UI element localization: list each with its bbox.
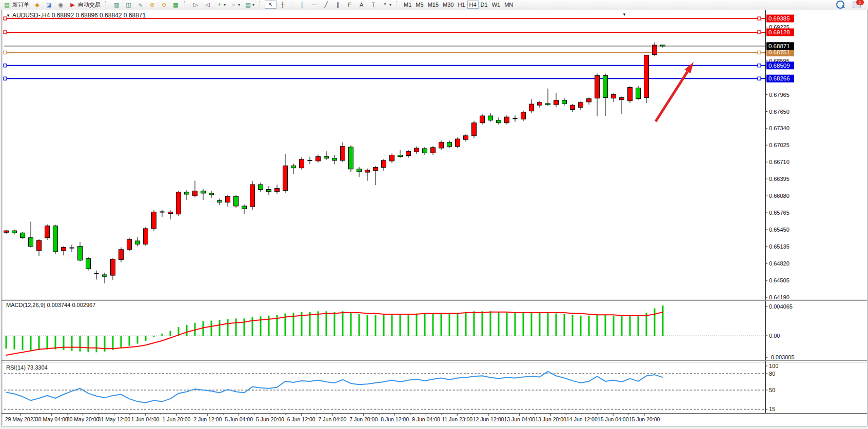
line-handle[interactable] xyxy=(4,64,7,67)
svg-text:0.68509: 0.68509 xyxy=(768,63,790,69)
auto-scroll-button[interactable]: ▷ xyxy=(190,1,202,9)
line-handle[interactable] xyxy=(758,77,761,80)
time-tick-label: 9 Jun 04:00 xyxy=(412,416,440,422)
svg-text:0.68871: 0.68871 xyxy=(768,43,790,49)
timeframe-button-d1[interactable]: D1 xyxy=(479,1,490,9)
notifications-button[interactable]: 1 xyxy=(851,1,868,9)
horizontal-line-button[interactable]: ─ xyxy=(308,1,320,9)
cursor-button[interactable]: ↖ xyxy=(265,1,277,9)
price-tick-label: 0.66395 xyxy=(769,176,790,182)
timeframe-button-h1[interactable]: H1 xyxy=(456,1,467,9)
text-label-button[interactable]: T xyxy=(367,1,379,9)
time-tick-label: 14 Jun 12:00 xyxy=(566,416,598,422)
line-handle[interactable] xyxy=(4,77,7,80)
toolbar-separator xyxy=(105,1,108,8)
vertical-line-button[interactable]: │ xyxy=(297,1,308,9)
dropdown-icon: ▾ xyxy=(238,3,240,7)
indicators-button[interactable]: +▾ xyxy=(213,1,228,9)
price-tick-label: 0.65450 xyxy=(769,227,790,233)
auto-scroll-icon: ▷ xyxy=(192,1,200,8)
timeframe-button-m5[interactable]: M5 xyxy=(413,1,425,9)
dropdown-icon: ▾ xyxy=(252,3,254,7)
line-chart-icon: ∿ xyxy=(136,1,144,8)
time-tick-label: 30 May 04:00 xyxy=(35,416,68,422)
search-button[interactable] xyxy=(834,1,851,9)
periods-button[interactable]: ○▾ xyxy=(228,1,242,9)
new-order-label: 新订单 xyxy=(12,1,29,9)
equidistant-channel-button[interactable]: ∥ xyxy=(332,1,344,9)
fibonacci-button[interactable]: F xyxy=(344,1,356,9)
gold-box-button[interactable]: ◆ xyxy=(31,1,43,9)
time-tick-label: 13 Jun 04:00 xyxy=(504,416,535,422)
timeframe-button-w1[interactable]: W1 xyxy=(490,1,503,9)
svg-text:0.69385: 0.69385 xyxy=(768,15,790,22)
profile-button[interactable]: ◪ xyxy=(43,1,55,9)
zoom-in-button[interactable]: ⊕ xyxy=(146,1,158,9)
timeframe-button-h4[interactable]: H4 xyxy=(467,1,479,9)
rsi-tick-label: 100 xyxy=(769,363,778,369)
toolbar-separator xyxy=(291,1,294,8)
time-tick-label: 15 Jun 20:00 xyxy=(629,416,660,422)
equidistant-channel-icon: ∥ xyxy=(334,1,342,8)
new-order-button[interactable]: ▤ 新订单 xyxy=(1,1,31,9)
price-tick-label: 0.64505 xyxy=(769,277,790,283)
timeframe-button-mn[interactable]: MN xyxy=(502,1,515,9)
templates-button[interactable]: ▤▾ xyxy=(242,1,257,9)
timeframe-button-m15[interactable]: M15 xyxy=(426,1,441,9)
zoom-out-button[interactable]: ⊖ xyxy=(158,1,170,9)
price-tick-label: 0.66710 xyxy=(769,159,790,165)
line-handle[interactable] xyxy=(758,31,761,34)
scroll-to-end-marker: ▼ xyxy=(622,12,626,17)
text-icon: A xyxy=(358,1,365,8)
time-tick-label: 1 Jun 04:00 xyxy=(131,416,160,422)
fibonacci-icon: F xyxy=(346,1,353,8)
arrows-button[interactable]: *▾ xyxy=(379,1,393,9)
trendline-button[interactable]: ╱ xyxy=(320,1,332,9)
trendline-icon: ╱ xyxy=(322,1,330,8)
crosshair-button[interactable]: ┼ xyxy=(277,1,288,9)
rsi-tick-label: 80 xyxy=(769,371,775,377)
periods-clock-icon: ○ xyxy=(230,1,238,8)
rsi-tick-label: 15 xyxy=(769,406,775,412)
price-tick-label: 0.66080 xyxy=(769,193,790,199)
candlestick-chart-icon: ◫ xyxy=(125,1,132,8)
line-handle[interactable] xyxy=(4,31,7,34)
line-handle[interactable] xyxy=(758,17,761,20)
crosshair-icon: ┼ xyxy=(279,1,286,8)
timeframe-button-m30[interactable]: M30 xyxy=(441,1,456,9)
time-tick-label: 2 Jun 12:00 xyxy=(193,416,222,422)
price-tick-label: 0.65765 xyxy=(769,210,790,216)
line-handle[interactable] xyxy=(4,51,7,54)
auto-trading-icon: ▶ xyxy=(69,1,76,8)
bar-chart-button[interactable]: ▥ xyxy=(111,1,123,9)
line-chart-button[interactable]: ∿ xyxy=(134,1,146,9)
rsi-tick-label: 50 xyxy=(769,387,775,393)
tile-windows-button[interactable]: ▦ xyxy=(170,1,182,9)
chart-shift-button[interactable]: ◁ xyxy=(202,1,213,9)
macd-label: MACD(12,26,9) 0.003744 0.002967 xyxy=(6,302,95,308)
price-tick-label: 0.64190 xyxy=(769,294,790,300)
line-handle[interactable] xyxy=(758,64,761,67)
new-order-icon: ▤ xyxy=(3,1,11,8)
time-tick-label: 5 Jun 20:00 xyxy=(256,416,284,422)
time-tick-label: 1 Jun 20:00 xyxy=(163,416,191,422)
mt4-terminal: ▤ 新订单 ◆ ◪ ◉ ▶ 自动交易 ▥ ◫ ∿ ⊕ ⊖ ▦ ▷ ◁ +▾ ○▾ xyxy=(0,0,868,429)
time-tick-label: 12 Jun 12:00 xyxy=(473,416,504,422)
candlestick-chart-button[interactable]: ◫ xyxy=(123,1,134,9)
timeframe-button-m1[interactable]: M1 xyxy=(402,1,413,9)
text-button[interactable]: A xyxy=(356,1,367,9)
dropdown-icon: ▾ xyxy=(389,3,391,7)
chart-area[interactable]: ▼▼AUDUSD-,H4 0.68892 0.68896 0.68842 0.6… xyxy=(0,9,868,429)
chart-title: AUDUSD-,H4 0.68892 0.68896 0.68842 0.688… xyxy=(12,12,146,19)
time-tick-label: 11 Jun 23:00 xyxy=(442,416,472,422)
signal-button[interactable]: ◉ xyxy=(55,1,67,9)
vertical-line-icon: │ xyxy=(299,1,306,8)
profile-icon: ◪ xyxy=(45,1,53,8)
signal-icon: ◉ xyxy=(57,1,65,8)
line-handle[interactable] xyxy=(758,51,761,54)
auto-trading-button[interactable]: ▶ 自动交易 xyxy=(67,1,103,9)
time-tick-label: 7 Jun 04:00 xyxy=(319,416,347,422)
macd-tick-label: -0.003005 xyxy=(769,354,795,360)
dropdown-icon: ▾ xyxy=(224,3,226,7)
price-tick-label: 0.65135 xyxy=(769,243,790,250)
